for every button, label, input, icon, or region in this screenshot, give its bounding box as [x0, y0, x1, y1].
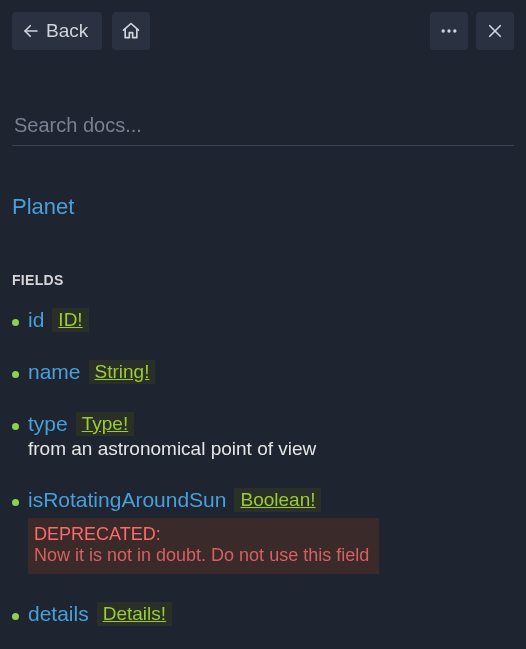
field-item: detailsDetails!	[12, 602, 514, 626]
back-button-label: Back	[46, 20, 88, 42]
type-title[interactable]: Planet	[12, 194, 514, 220]
field-name[interactable]: type	[28, 412, 68, 436]
search-container	[0, 56, 526, 146]
field-name[interactable]: isRotatingAroundSun	[28, 488, 226, 512]
field-head: detailsDetails!	[28, 602, 514, 626]
fields-section-label: FIELDS	[12, 272, 514, 288]
home-button[interactable]	[112, 12, 150, 50]
field-head: isRotatingAroundSunBoolean!	[28, 488, 514, 512]
field-type[interactable]: Boolean!	[234, 488, 321, 512]
field-type[interactable]: String!	[89, 360, 156, 384]
field-head: idID!	[28, 308, 514, 332]
deprecated-box: DEPRECATED:Now it is not in doubt. Do no…	[28, 518, 379, 574]
back-button[interactable]: Back	[12, 12, 102, 50]
field-head: typeType!	[28, 412, 514, 436]
close-button[interactable]	[476, 12, 514, 50]
field-type[interactable]: Type!	[76, 412, 134, 436]
more-button[interactable]	[430, 12, 468, 50]
toolbar-left-group: Back	[12, 12, 150, 50]
home-icon	[121, 21, 141, 41]
field-item: nameString!	[12, 360, 514, 384]
bullet-icon	[12, 613, 19, 620]
deprecated-reason: Now it is not in doubt. Do not use this …	[34, 545, 369, 566]
field-name[interactable]: name	[28, 360, 81, 384]
close-icon	[486, 22, 504, 40]
field-name[interactable]: details	[28, 602, 89, 626]
fields-list: idID!nameString!typeType!from an astrono…	[12, 308, 514, 626]
field-item: idID!	[12, 308, 514, 332]
field-type[interactable]: Details!	[97, 602, 172, 626]
docs-content: Planet FIELDS idID!nameString!typeType!f…	[0, 146, 526, 649]
field-description: from an astronomical point of view	[28, 438, 514, 460]
field-head: nameString!	[28, 360, 514, 384]
svg-point-1	[442, 29, 445, 32]
field-item: typeType!from an astronomical point of v…	[12, 412, 514, 460]
bullet-icon	[12, 371, 19, 378]
deprecated-label: DEPRECATED:	[34, 524, 369, 545]
search-input[interactable]	[12, 106, 514, 146]
svg-point-2	[447, 29, 450, 32]
ellipsis-icon	[439, 21, 459, 41]
field-item: isRotatingAroundSunBoolean!DEPRECATED:No…	[12, 488, 514, 574]
field-type[interactable]: ID!	[52, 308, 88, 332]
arrow-left-icon	[22, 22, 40, 40]
bullet-icon	[12, 319, 19, 326]
bullet-icon	[12, 499, 19, 506]
bullet-icon	[12, 423, 19, 430]
field-name[interactable]: id	[28, 308, 44, 332]
toolbar: Back	[0, 0, 526, 56]
svg-point-3	[453, 29, 456, 32]
